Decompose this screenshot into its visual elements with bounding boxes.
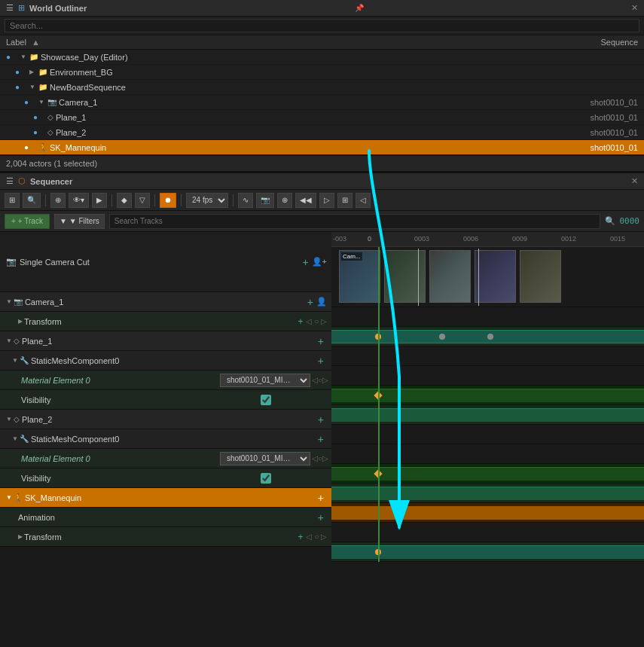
plane1-mat-row[interactable]: Material Element 0 shot0010_01_MI_01 ◁○▷ (0, 371, 331, 390)
plane2-mat-dropdown[interactable]: shot0010_01_MI_02 (220, 452, 310, 465)
eye-icon-camera1[interactable] (24, 98, 36, 106)
plane1-vis-row[interactable]: Visibility (0, 390, 331, 410)
play-button[interactable]: ▶ (92, 193, 107, 208)
ruler-mark-12: 0012 (561, 235, 576, 243)
camera-cut-track-row[interactable]: 📷 Single Camera Cut + 👤+ (0, 232, 331, 292)
plane1-add[interactable]: + (318, 335, 324, 347)
collapse-button[interactable]: ◁ (356, 193, 371, 208)
view-options-button[interactable]: 👁▾ (69, 193, 89, 208)
sk-anim-add[interactable]: + (318, 511, 324, 523)
outliner-row-plane1[interactable]: ◇ Plane_1 shot0010_01 (0, 110, 644, 125)
search-icon[interactable]: 🔍 (605, 216, 615, 226)
transport-options-button[interactable]: ◀◀ (295, 193, 316, 208)
expand-arrow-showcase[interactable] (20, 53, 28, 60)
cam-thumb-2[interactable] (384, 250, 426, 303)
eye-icon-newboard[interactable] (15, 83, 27, 91)
plane1-vis-checkbox[interactable] (261, 395, 271, 405)
plane2-vis-bar[interactable] (331, 487, 644, 500)
camera1-person-add[interactable]: 👤 (316, 297, 327, 307)
plane1-icon: ◇ (14, 337, 20, 345)
sk-transform-expand[interactable]: ▶ (18, 533, 23, 540)
snap-button[interactable]: ⊕ (50, 193, 66, 208)
filters-button[interactable]: ▼ ▼ Filters (54, 214, 105, 229)
outliner-search-input[interactable] (5, 19, 639, 32)
camera1-transform-label: Transform (24, 317, 298, 326)
camera1-add[interactable]: + (307, 296, 313, 308)
plane1-smc-expand[interactable]: ▼ (12, 357, 18, 364)
new-seq-button[interactable]: ⊞ (5, 193, 20, 208)
plane1-smc-add[interactable]: + (318, 355, 324, 367)
sk-mannequin-group-row[interactable]: ▼ 🚶 SK_Mannequin + (0, 488, 331, 508)
kf-camera1-2[interactable] (439, 334, 445, 340)
sk-add[interactable]: + (318, 492, 324, 504)
plane2-smc-expand[interactable]: ▼ (12, 435, 18, 442)
camera-cut-person-add[interactable]: 👤+ (312, 257, 327, 267)
sk-transform-add[interactable]: + (298, 532, 303, 542)
plane1-vis-bar[interactable] (331, 408, 644, 422)
plane2-smc-row[interactable]: ▼ 🔧 StaticMeshComponent0 + (0, 429, 331, 449)
outliner-row-env[interactable]: ▶ 📁 Environment_BG (0, 65, 644, 80)
outliner-row-showcase[interactable]: 📁 Showcase_Day (Editor) (0, 50, 644, 65)
kf-camera1-3[interactable] (487, 334, 493, 340)
add-track-button[interactable]: + + Track (5, 214, 50, 229)
outliner-row-newboard[interactable]: 📁 NewBoardSequence (0, 80, 644, 95)
camera1-expand[interactable]: ▼ (6, 298, 12, 305)
eye-icon-plane2[interactable] (33, 128, 45, 136)
expand-arrow-newboard[interactable] (29, 84, 37, 90)
eye-icon-sk[interactable]: ● (24, 143, 36, 151)
plane2-group-row[interactable]: ▼ ◇ Plane_2 + (0, 410, 331, 429)
camera1-group-row[interactable]: ▼ 📷 Camera_1 + 👤 (0, 292, 331, 312)
plane2-add[interactable]: + (318, 414, 324, 426)
plane2-expand[interactable]: ▼ (6, 416, 12, 423)
eye-icon-plane1[interactable] (33, 113, 45, 121)
plane2-mat-timeline-row (331, 464, 644, 484)
plane2-smc-add[interactable]: + (318, 433, 324, 445)
outliner-row-plane2[interactable]: ◇ Plane_2 shot0010_01 (0, 125, 644, 140)
kf-camera1-1[interactable] (375, 334, 381, 340)
record-button[interactable]: ⏺ (160, 193, 176, 208)
search-button[interactable]: 🔍 (23, 193, 41, 208)
camera1-transform-add[interactable]: + (298, 316, 303, 327)
keys-button[interactable]: ◆ (117, 193, 132, 208)
more-options-button[interactable]: ▷ (319, 193, 334, 208)
camera1-transform-expand[interactable]: ▶ (18, 318, 23, 325)
waveform-button[interactable]: ∿ (238, 193, 253, 208)
label-camera1: Camera_1 (59, 98, 548, 107)
close-icon[interactable]: ✕ (631, 3, 638, 13)
cam-thumb-4[interactable] (475, 250, 516, 303)
camera1-transform-row[interactable]: ▶ Transform + ◁ ○ ▷ (0, 312, 331, 331)
add-key-button[interactable]: ⊕ (277, 193, 292, 208)
cam-thumb-5[interactable] (520, 250, 561, 303)
plane1-group-row[interactable]: ▼ ◇ Plane_1 + (0, 331, 331, 351)
sk-transform-row[interactable]: ▶ Transform + ◁ ○ ▷ (0, 527, 331, 547)
filter-button[interactable]: ▽ (135, 193, 150, 208)
expand-arrow-camera1[interactable] (38, 99, 46, 105)
sk-mannequin-bar[interactable] (331, 506, 644, 520)
outliner-column-header: Label ▲ Sequence (0, 35, 644, 50)
extra-options-button[interactable]: ⊞ (337, 193, 353, 208)
track-search-input[interactable] (109, 214, 600, 229)
camera-lock-button[interactable]: 📷 (256, 193, 274, 208)
plane1-smc-row[interactable]: ▼ 🔧 StaticMeshComponent0 + (0, 351, 331, 371)
plane2-vis-checkbox[interactable] (261, 473, 271, 484)
expand-arrow-env[interactable]: ▶ (29, 69, 37, 75)
cam-thumb-1[interactable]: Cam... (339, 250, 380, 303)
sk-transform-timeline-row (331, 542, 644, 562)
seq-close-btn[interactable]: ✕ (631, 176, 638, 186)
plane1-expand[interactable]: ▼ (6, 337, 12, 344)
cam-thumb-3[interactable] (429, 250, 471, 303)
sk-expand[interactable]: ▼ (6, 494, 12, 501)
kf-sk-transform[interactable] (375, 549, 381, 555)
sk-anim-row[interactable]: Animation + (0, 508, 331, 527)
eye-icon-env[interactable] (15, 68, 27, 76)
plane2-timeline-row (331, 425, 644, 444)
ruler-mark-9: 0009 (512, 235, 527, 243)
outliner-row-sk-mannequin[interactable]: ● 🚶 SK_Mannequin shot0010_01 (0, 140, 644, 155)
fps-selector[interactable]: 24 fps30 fps60 fps (186, 193, 228, 208)
plane1-mat-dropdown[interactable]: shot0010_01_MI_01 (220, 374, 310, 387)
camera-cut-add[interactable]: + (302, 256, 308, 268)
eye-icon-showcase[interactable] (6, 53, 18, 61)
plane2-mat-row[interactable]: Material Element 0 shot0010_01_MI_02 ◁○▷ (0, 449, 331, 468)
plane2-vis-row[interactable]: Visibility (0, 468, 331, 488)
outliner-row-camera1[interactable]: 📷 Camera_1 shot0010_01 (0, 95, 644, 110)
